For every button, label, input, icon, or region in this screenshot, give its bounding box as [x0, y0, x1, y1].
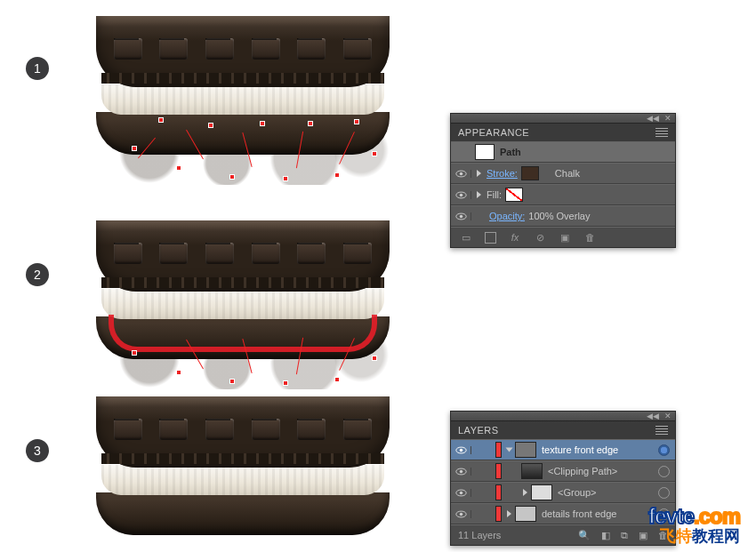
anchor[interactable] — [229, 174, 235, 180]
layer-name[interactable]: texture front edge — [542, 444, 658, 455]
cookie-cream — [101, 465, 384, 495]
step-badge-1: 1 — [26, 57, 49, 80]
visibility-toggle[interactable] — [451, 510, 471, 518]
cookie-ridge — [101, 73, 384, 84]
fill-swatch[interactable] — [505, 188, 523, 202]
anchor[interactable] — [176, 370, 181, 375]
opacity-label[interactable]: Opacity: — [489, 211, 525, 221]
layer-thumb — [515, 506, 536, 522]
cookie-step3 — [96, 396, 390, 543]
close-icon[interactable]: ✕ — [664, 114, 672, 123]
anchor[interactable] — [372, 151, 377, 156]
color-strip — [495, 442, 502, 458]
delete-icon[interactable]: 🗑 — [583, 231, 596, 244]
target-icon[interactable] — [658, 444, 670, 456]
layer-name[interactable]: <Group> — [558, 487, 658, 498]
anchor[interactable] — [132, 350, 137, 356]
expand-icon[interactable] — [507, 510, 511, 517]
anchor[interactable] — [308, 121, 313, 126]
expand-icon[interactable] — [477, 191, 481, 198]
cookie-pattern — [105, 32, 381, 66]
expand-icon[interactable] — [506, 448, 513, 452]
svg-point-9 — [459, 469, 462, 473]
collapse-icon[interactable]: ◀◀ — [647, 114, 659, 123]
color-strip — [495, 484, 502, 500]
cookie-top — [96, 220, 390, 292]
layer-row-texture[interactable]: texture front edge — [451, 439, 675, 460]
new-layer-icon[interactable]: ▣ — [639, 530, 647, 541]
anchor[interactable] — [334, 172, 340, 178]
appearance-footer: ▭ fx ⊘ ▣ 🗑 — [451, 227, 675, 247]
layer-row-details[interactable]: details front edge — [451, 503, 675, 524]
panel-title: APPEARANCE — [458, 127, 529, 138]
anchor[interactable] — [372, 356, 377, 361]
svg-point-3 — [459, 193, 462, 196]
layer-row-clippath[interactable]: <Clipping Path> — [451, 460, 675, 482]
clear-icon[interactable]: ⊘ — [534, 231, 546, 244]
layer-thumb — [521, 463, 543, 479]
step-badge-3: 3 — [26, 439, 49, 462]
visibility-toggle[interactable] — [451, 489, 471, 497]
svg-point-7 — [459, 448, 462, 452]
fill-label: Fill: — [487, 189, 502, 200]
new-sublayer-icon[interactable]: ⧉ — [621, 530, 628, 541]
anchor[interactable] — [158, 117, 164, 123]
target-icon[interactable] — [658, 487, 670, 499]
expand-icon[interactable] — [523, 489, 527, 496]
appearance-stroke-row[interactable]: Stroke: Chalk — [451, 163, 675, 184]
appearance-fill-row[interactable]: Fill: — [451, 184, 675, 205]
appearance-opacity-row[interactable]: Opacity: 100% Overlay — [451, 205, 675, 227]
layer-name[interactable]: details front edge — [542, 508, 658, 519]
layer-name[interactable]: <Clipping Path> — [548, 466, 658, 476]
panel-menu-icon[interactable] — [655, 128, 668, 137]
layer-row-group[interactable]: <Group> — [451, 482, 675, 503]
close-icon[interactable]: ✕ — [664, 412, 672, 420]
cookie-bottom — [96, 492, 390, 535]
svg-point-11 — [459, 491, 462, 494]
panel-titlebar[interactable]: ◀◀ ✕ — [451, 412, 675, 420]
visibility-toggle[interactable] — [451, 212, 471, 220]
anchor[interactable] — [354, 119, 359, 124]
new-art-icon[interactable] — [485, 232, 496, 244]
stroke-swatch[interactable] — [521, 166, 539, 180]
panel-title: LAYERS — [458, 425, 499, 436]
expand-icon[interactable] — [477, 170, 481, 177]
no-selection-icon[interactable]: ▭ — [460, 231, 472, 244]
layer-thumb — [515, 442, 536, 458]
panel-tab[interactable]: LAYERS — [451, 420, 675, 439]
anchor[interactable] — [208, 123, 213, 128]
fx-icon[interactable]: fx — [509, 231, 521, 244]
layer-thumb — [531, 484, 552, 500]
cookie-step2 — [96, 220, 390, 367]
svg-point-5 — [459, 214, 462, 218]
duplicate-icon[interactable]: ▣ — [559, 231, 571, 244]
visibility-toggle[interactable] — [451, 446, 471, 454]
layers-footer: 11 Layers 🔍 ◧ ⧉ ▣ 🗑 — [451, 524, 675, 545]
anchor[interactable] — [283, 176, 288, 181]
anchor[interactable] — [132, 146, 137, 151]
visibility-toggle[interactable] — [451, 468, 471, 476]
anchor[interactable] — [260, 121, 265, 126]
stroke-name: Chalk — [555, 168, 675, 179]
appearance-object-row[interactable]: Path — [451, 141, 675, 163]
anchor[interactable] — [176, 165, 181, 171]
color-strip — [495, 506, 502, 522]
anchor[interactable] — [334, 377, 340, 382]
anchor[interactable] — [229, 379, 235, 384]
anchor[interactable] — [283, 380, 288, 386]
object-label: Path — [500, 147, 675, 157]
color-strip — [495, 463, 502, 479]
cookie-cream — [101, 84, 384, 115]
stroke-label[interactable]: Stroke: — [487, 168, 518, 179]
cookie-top — [96, 396, 390, 468]
visibility-toggle[interactable] — [451, 191, 471, 199]
target-icon[interactable] — [658, 466, 670, 477]
visibility-toggle[interactable] — [451, 170, 471, 178]
cookie-step1 — [96, 16, 390, 163]
make-clip-icon[interactable]: ◧ — [601, 530, 610, 541]
panel-titlebar[interactable]: ◀◀ ✕ — [451, 114, 675, 123]
panel-menu-icon[interactable] — [655, 426, 668, 435]
panel-tab[interactable]: APPEARANCE — [451, 123, 675, 141]
locate-icon[interactable]: 🔍 — [578, 530, 591, 541]
collapse-icon[interactable]: ◀◀ — [647, 412, 659, 420]
